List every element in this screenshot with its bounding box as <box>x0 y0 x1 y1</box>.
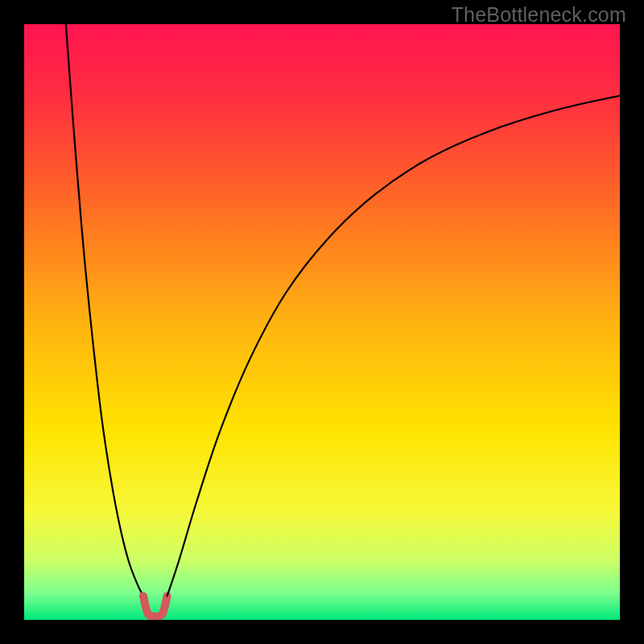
curve-layer <box>24 24 620 620</box>
series-left-curve <box>66 24 143 596</box>
watermark-text: TheBottleneck.com <box>452 3 626 27</box>
plot-area <box>24 24 620 620</box>
chart-frame: TheBottleneck.com <box>0 0 644 644</box>
series-dip <box>143 596 167 616</box>
series-right-curve <box>167 96 620 597</box>
